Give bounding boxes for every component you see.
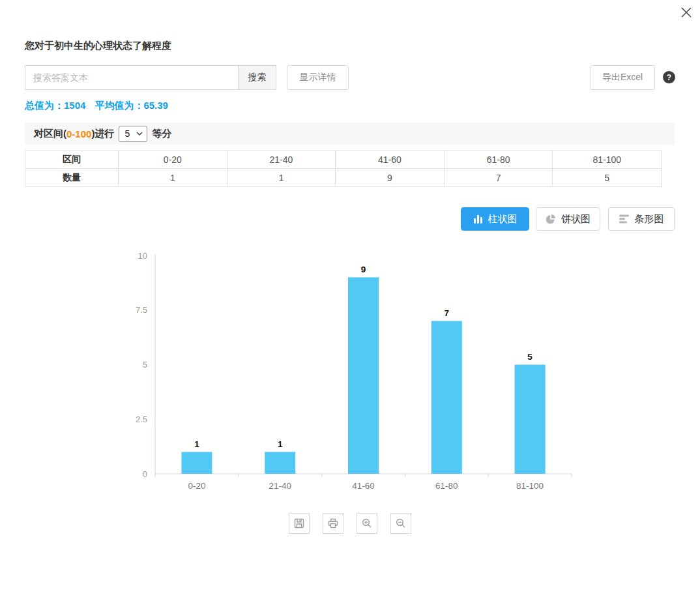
stats-line: 总值为：1504平均值为：65.39 [25, 100, 168, 112]
zoom-out-button[interactable] [390, 513, 411, 534]
distribution-table: 区间 0-2021-4041-6061-8081-100 数量 11975 [25, 150, 662, 187]
count-cell: 1 [119, 169, 227, 187]
interval-prefix: 对区间( [34, 128, 66, 140]
x-axis-label: 21-40 [269, 481, 291, 491]
bar [265, 452, 295, 474]
bar-chart-icon [473, 214, 483, 224]
interval-infix: )进行 [91, 128, 114, 140]
print-icon [327, 517, 339, 529]
save-image-button[interactable] [289, 513, 310, 534]
total-label: 总值为： [25, 100, 64, 111]
interval-suffix: 等分 [152, 128, 171, 140]
bar-value-label: 1 [278, 439, 283, 449]
export-excel-button[interactable]: 导出Excel [590, 65, 655, 90]
interval-range: 0-100 [66, 128, 91, 139]
tab-hbar-label: 条形图 [635, 213, 664, 225]
show-details-button[interactable]: 显示详情 [287, 65, 349, 90]
bar-chart: 02.557.51010-20121-40941-60761-80581-100 [0, 241, 700, 502]
count-cell: 9 [336, 169, 445, 187]
horizontal-bar-icon [619, 214, 630, 224]
bar [181, 452, 212, 474]
print-button[interactable] [323, 513, 343, 534]
svg-text:2.5: 2.5 [136, 414, 147, 424]
table-row-intervals: 区间 0-2021-4041-6061-8081-100 [25, 151, 662, 169]
bar-value-label: 7 [445, 308, 450, 318]
count-cell: 1 [227, 169, 336, 187]
count-header-cell: 数量 [25, 169, 119, 187]
x-axis-label: 41-60 [352, 481, 375, 491]
question-title: 您对于初中生的心理状态了解程度 [25, 40, 171, 52]
svg-text:10: 10 [138, 251, 147, 261]
tab-bar-label: 柱状图 [488, 213, 518, 225]
tab-pie-chart[interactable]: 饼状图 [536, 207, 600, 231]
average-label: 平均值为： [95, 100, 143, 111]
count-cell: 7 [444, 169, 553, 187]
pie-chart-icon [546, 214, 556, 224]
equal-parts-select[interactable]: 5 [119, 126, 147, 142]
tab-horizontal-bar-chart[interactable]: 条形图 [608, 207, 675, 231]
zoom-in-icon [361, 517, 373, 529]
count-cell: 5 [553, 169, 662, 187]
bar-value-label: 5 [527, 352, 532, 362]
x-axis-label: 81-100 [516, 481, 544, 491]
bar [431, 321, 462, 474]
zoom-out-icon [395, 517, 407, 529]
total-value: 1504 [64, 100, 85, 111]
save-icon [293, 517, 305, 529]
x-axis-label: 0-20 [188, 481, 205, 491]
bar-value-label: 1 [194, 439, 199, 449]
zoom-in-button[interactable] [357, 513, 377, 534]
average-value: 65.39 [143, 100, 168, 111]
svg-text:5: 5 [143, 360, 147, 370]
interval-control: 对区间(0-100)进行 5 等分 [25, 123, 675, 145]
interval-cell: 41-60 [336, 151, 445, 169]
interval-cell: 61-80 [444, 151, 553, 169]
table-row-counts: 数量 11975 [25, 169, 662, 187]
svg-text:0: 0 [143, 469, 147, 479]
interval-cell: 21-40 [227, 151, 336, 169]
svg-text:7.5: 7.5 [136, 305, 147, 315]
tab-pie-label: 饼状图 [561, 213, 591, 225]
bar [348, 278, 379, 474]
close-icon[interactable] [678, 4, 695, 21]
answer-statistics-dialog: 您对于初中生的心理状态了解程度 搜索 显示详情 导出Excel ? 总值为：15… [0, 0, 700, 595]
interval-cell: 0-20 [119, 151, 227, 169]
chevron-down-icon [136, 132, 143, 136]
interval-cell: 81-100 [553, 151, 662, 169]
search-input[interactable] [25, 65, 239, 90]
equal-parts-value: 5 [124, 128, 130, 139]
tab-bar-chart[interactable]: 柱状图 [461, 207, 529, 231]
bar-value-label: 9 [361, 265, 366, 274]
x-axis-label: 61-80 [435, 481, 458, 491]
bar [515, 365, 546, 474]
search-button[interactable]: 搜索 [238, 65, 276, 90]
interval-header-cell: 区间 [25, 151, 119, 169]
help-icon[interactable]: ? [663, 71, 675, 83]
